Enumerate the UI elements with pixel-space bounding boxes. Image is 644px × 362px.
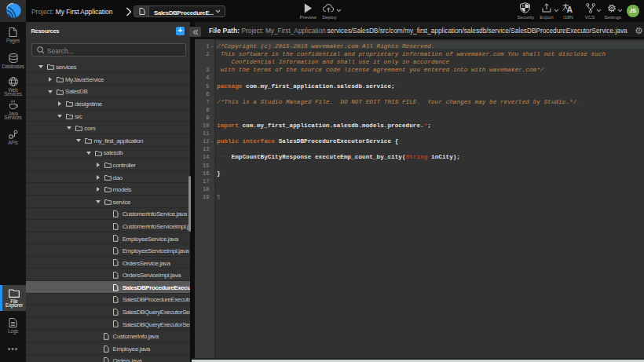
svg-text:A: A (566, 5, 573, 13)
